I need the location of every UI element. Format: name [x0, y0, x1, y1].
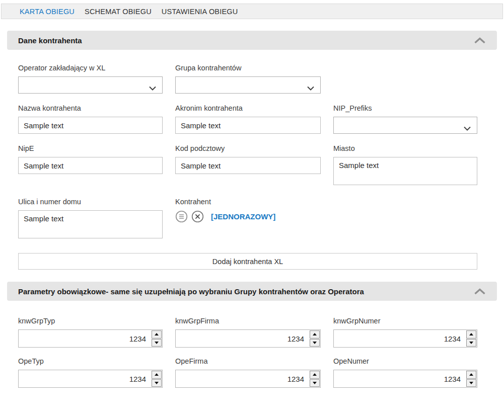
spinner-up-button[interactable] — [152, 371, 162, 379]
triangle-down-icon — [469, 382, 473, 384]
field-nip-prefiks: NIP_Prefiks — [333, 104, 477, 134]
opefirma-input[interactable] — [175, 370, 321, 388]
tab-schemat-obiegu[interactable]: SCHEMAT OBIEGU — [85, 8, 152, 16]
akronim-input[interactable] — [175, 117, 321, 134]
knwgrpnumer-label: knwGrpNumer — [333, 317, 477, 325]
triangle-up-icon — [313, 373, 317, 376]
spinner-up-button[interactable] — [466, 371, 476, 379]
spinner-down-button[interactable] — [152, 339, 162, 347]
spinner-down-button[interactable] — [152, 379, 162, 387]
tab-bar: KARTA OBIEGU SCHEMAT OBIEGU USTAWIENIA O… — [1, 4, 503, 19]
knwgrptyp-input[interactable] — [18, 329, 163, 348]
field-knwgrptyp: knwGrpTyp — [18, 317, 163, 348]
openumer-input[interactable] — [333, 370, 477, 388]
knwgrpnumer-stepper — [333, 329, 477, 348]
jednorazowy-link[interactable]: [JEDNORAZOWY] — [211, 212, 275, 221]
form-row-6: OpeTyp OpeFirma OpeNumer — [18, 357, 504, 388]
field-opefirma: OpeFirma — [175, 357, 321, 388]
field-opetyp: OpeTyp — [18, 357, 163, 388]
add-kontrahent-xl-button[interactable]: Dodaj kontrahenta XL — [18, 253, 477, 270]
nipe-label: NipE — [18, 144, 163, 152]
collapse-chevron-icon[interactable] — [474, 37, 486, 44]
opetyp-label: OpeTyp — [18, 357, 163, 365]
spinner-down-button[interactable] — [310, 379, 320, 387]
opetyp-input[interactable] — [18, 370, 163, 388]
section-body-dane-kontrahenta: Operator zakładający w XL Grupa kontrahe… — [0, 50, 504, 270]
chevron-down-icon — [464, 124, 471, 133]
form-row-5: knwGrpTyp knwGrpFirma knwGrpNumer — [18, 317, 504, 348]
nazwa-label: Nazwa kontrahenta — [18, 104, 163, 112]
spinner — [152, 330, 162, 347]
section-title-parametry: Parametry obowiązkowe- same się uzupełni… — [18, 287, 364, 296]
nip-prefiks-label: NIP_Prefiks — [333, 104, 477, 112]
triangle-down-icon — [469, 342, 473, 344]
field-kontrahent: Kontrahent [JE — [175, 198, 321, 223]
miasto-label: Miasto — [333, 144, 477, 152]
spinner — [152, 371, 162, 387]
triangle-down-icon — [155, 342, 159, 344]
knwgrpfirma-input[interactable] — [175, 329, 321, 348]
field-nipe: NipE — [18, 144, 163, 174]
chevron-down-icon — [307, 83, 314, 93]
ulica-label: Ulica i numer domu — [18, 198, 163, 206]
chevron-down-icon — [149, 83, 156, 93]
grupa-label: Grupa kontrahentów — [175, 64, 321, 72]
spinner — [466, 330, 476, 347]
spinner — [310, 330, 320, 347]
knwgrpfirma-stepper — [175, 329, 321, 348]
spinner-up-button[interactable] — [152, 330, 162, 339]
collapse-chevron-icon[interactable] — [474, 288, 486, 295]
triangle-up-icon — [155, 373, 159, 376]
spinner-up-button[interactable] — [310, 330, 320, 339]
operator-select[interactable] — [18, 76, 163, 94]
triangle-up-icon — [155, 333, 159, 335]
opefirma-label: OpeFirma — [175, 357, 321, 365]
openumer-label: OpeNumer — [333, 357, 477, 365]
section-body-parametry: knwGrpTyp knwGrpFirma knwGrpNumer — [0, 301, 504, 388]
spinner-down-button[interactable] — [466, 339, 476, 347]
openumer-stepper — [333, 370, 477, 388]
spinner-down-button[interactable] — [310, 339, 320, 347]
spinner — [466, 371, 476, 387]
miasto-textarea[interactable]: Sample text — [333, 157, 477, 185]
triangle-down-icon — [313, 342, 317, 344]
field-akronim: Akronim kontrahenta — [175, 104, 321, 134]
knwgrpfirma-label: knwGrpFirma — [175, 317, 321, 325]
triangle-up-icon — [313, 333, 317, 335]
opefirma-stepper — [175, 370, 321, 388]
kod-pocztowy-input[interactable] — [175, 157, 321, 174]
section-header-dane-kontrahenta[interactable]: Dane kontrahenta — [7, 31, 497, 50]
list-circle-icon[interactable] — [175, 210, 188, 223]
ulica-textarea[interactable]: Sample text — [18, 210, 163, 238]
operator-label: Operator zakładający w XL — [18, 64, 163, 72]
kontrahent-label: Kontrahent — [175, 198, 321, 206]
nip-prefiks-select[interactable] — [333, 117, 477, 134]
form-row-2: Nazwa kontrahenta Akronim kontrahenta NI… — [18, 104, 504, 134]
field-knwgrpnumer: knwGrpNumer — [333, 317, 477, 348]
spinner-up-button[interactable] — [310, 371, 320, 379]
form-row-1: Operator zakładający w XL Grupa kontrahe… — [18, 64, 504, 94]
spinner-up-button[interactable] — [466, 330, 476, 339]
nazwa-input[interactable] — [18, 117, 163, 134]
section-header-parametry[interactable]: Parametry obowiązkowe- same się uzupełni… — [7, 282, 497, 301]
section-title-dane-kontrahenta: Dane kontrahenta — [18, 36, 82, 45]
form-row-4: Ulica i numer domu Sample text Kontrahen… — [18, 198, 504, 240]
knwgrpnumer-input[interactable] — [333, 329, 477, 348]
field-ulica: Ulica i numer domu Sample text — [18, 198, 163, 240]
field-kod-pocztowy: Kod podcztowy — [175, 144, 321, 174]
triangle-up-icon — [469, 373, 473, 376]
triangle-up-icon — [469, 333, 473, 335]
field-operator: Operator zakładający w XL — [18, 64, 163, 94]
field-miasto: Miasto Sample text — [333, 144, 477, 187]
grupa-select[interactable] — [175, 76, 321, 94]
knwgrptyp-label: knwGrpTyp — [18, 317, 163, 325]
triangle-down-icon — [313, 382, 317, 384]
opetyp-stepper — [18, 370, 163, 388]
spinner-down-button[interactable] — [466, 379, 476, 387]
tab-karta-obiegu[interactable]: KARTA OBIEGU — [20, 8, 75, 16]
field-grupa: Grupa kontrahentów — [175, 64, 321, 94]
x-circle-icon[interactable] — [191, 210, 204, 223]
kontrahent-controls: [JEDNORAZOWY] — [175, 210, 321, 223]
tab-ustawienia-obiegu[interactable]: USTAWIENIA OBIEGU — [162, 8, 238, 16]
nipe-input[interactable] — [18, 157, 163, 174]
